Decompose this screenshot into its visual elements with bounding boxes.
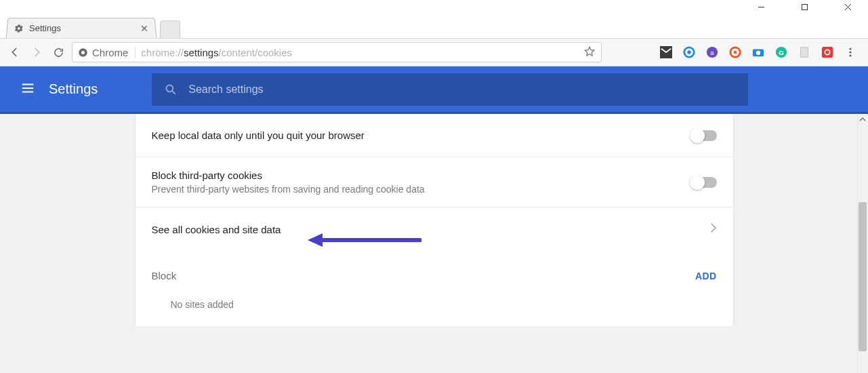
block-empty-text: No sites added [136,287,733,326]
extension-icon-red-square[interactable] [821,45,834,59]
omnibox[interactable]: Chrome chrome://settings/content/cookies [72,42,602,62]
extension-icon-purple-a[interactable]: a [705,45,719,59]
url-scheme-label: Chrome [92,47,128,58]
toggle-keep-local-data[interactable] [691,130,717,141]
tab-title: Settings [28,23,61,33]
row-see-all-title: See all cookies and site data [152,224,281,235]
back-button[interactable] [7,44,23,60]
svg-point-22 [849,54,851,56]
row-block-third-title: Block third-party cookies [152,170,425,181]
omnibox-url: chrome://settings/content/cookies [141,47,578,58]
window-titlebar [0,0,868,14]
gear-icon [14,24,24,33]
scrollbar-up-arrow-icon[interactable] [857,114,868,125]
svg-line-24 [173,91,175,94]
tab-close-icon[interactable]: ✕ [140,24,149,33]
new-tab-button[interactable] [160,20,181,38]
search-icon [164,83,178,96]
svg-rect-1 [802,4,807,9]
svg-text:a: a [710,49,714,56]
vertical-scrollbar-track[interactable] [857,114,868,373]
chrome-menu-button[interactable] [844,45,857,59]
svg-point-5 [81,51,85,54]
svg-text:G: G [779,49,784,56]
row-keep-local-title: Keep local data only until you quit your… [152,130,365,141]
window-close-button[interactable] [835,3,860,11]
svg-point-8 [687,50,690,54]
settings-header: Settings [0,66,868,114]
tab-strip: Settings ✕ [0,14,868,38]
svg-point-12 [734,51,737,54]
extension-icon-grey-doc[interactable] [798,45,811,59]
search-settings-input[interactable] [188,83,736,96]
row-keep-local-data: Keep local data only until you quit your… [136,114,733,157]
extension-icon-gmail[interactable] [659,45,673,59]
extension-icon-green-g[interactable]: G [774,45,788,59]
chevron-right-icon [710,223,717,235]
url-scheme-chip: Chrome [78,47,136,58]
settings-content: Keep local data only until you quit your… [0,114,868,373]
row-see-all-cookies[interactable]: See all cookies and site data [136,208,733,251]
hamburger-menu-icon[interactable] [20,81,35,98]
reload-button[interactable] [50,44,66,60]
svg-point-21 [849,51,851,53]
row-block-third-sub: Prevent third-party websites from saving… [152,184,425,195]
toggle-block-third-party[interactable] [691,177,717,188]
row-block-third-party: Block third-party cookies Prevent third-… [136,157,733,208]
vertical-scrollbar-thumb[interactable] [859,202,867,351]
extension-icon-camera[interactable] [751,45,765,59]
browser-toolbar: Chrome chrome://settings/content/cookies… [0,38,868,66]
bookmark-star-icon[interactable] [583,45,596,60]
extension-icon-orange-circle[interactable] [728,45,742,59]
cookies-settings-panel: Keep local data only until you quit your… [135,114,734,326]
svg-point-20 [849,47,851,50]
svg-point-14 [756,51,760,55]
settings-header-title: Settings [49,81,98,97]
chrome-logo-icon [78,47,88,58]
block-section-label: Block [152,270,177,281]
tab-settings[interactable]: Settings ✕ [6,18,157,38]
window-minimize-button[interactable] [749,3,773,11]
extension-icons: a G [659,45,861,59]
block-section-header: Block ADD [136,251,733,287]
svg-rect-18 [822,47,833,58]
forward-button[interactable] [28,44,45,60]
svg-point-23 [167,85,173,92]
extension-icon-blue-circle[interactable] [682,45,696,59]
window-maximize-button[interactable] [792,3,817,11]
svg-rect-17 [801,47,808,57]
search-settings-field[interactable] [152,73,748,106]
block-add-button[interactable]: ADD [695,271,717,281]
